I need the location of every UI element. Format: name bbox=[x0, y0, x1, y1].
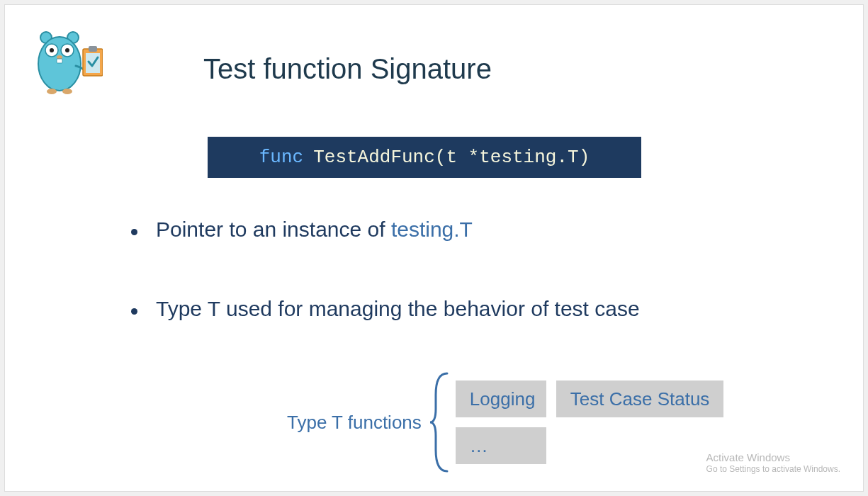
windows-activation-watermark: Activate Windows Go to Settings to activ… bbox=[706, 451, 840, 475]
svg-point-2 bbox=[38, 37, 81, 91]
bullet-item: Type T used for managing the behavior of… bbox=[131, 297, 769, 321]
gopher-clipboard-icon bbox=[25, 25, 103, 96]
svg-point-5 bbox=[50, 48, 54, 52]
svg-point-6 bbox=[65, 48, 69, 52]
type-t-label: Type T functions bbox=[287, 412, 422, 434]
svg-point-10 bbox=[62, 89, 72, 94]
slide-title: Test function Signature bbox=[203, 53, 492, 85]
slide: Test function Signature func TestAddFunc… bbox=[4, 4, 864, 492]
code-signature: TestAddFunc(t *testing.T) bbox=[313, 147, 590, 168]
bullet-dot-icon bbox=[131, 229, 137, 235]
code-signature-block: func TestAddFunc(t *testing.T) bbox=[208, 137, 641, 178]
box-test-case-status: Test Case Status bbox=[556, 381, 724, 417]
bullet-list: Pointer to an instance of testing.T Type… bbox=[131, 218, 769, 376]
watermark-subtitle: Go to Settings to activate Windows. bbox=[706, 464, 840, 475]
bullet-highlight: testing.T bbox=[391, 218, 473, 241]
bullet-dot-icon bbox=[131, 308, 137, 315]
box-logging: Logging bbox=[456, 381, 546, 417]
svg-point-9 bbox=[47, 89, 57, 94]
code-keyword: func bbox=[259, 147, 303, 168]
type-t-functions-group: Type T functions Logging Test Case Statu… bbox=[287, 369, 723, 475]
type-t-boxes: Logging Test Case Status … bbox=[456, 381, 724, 464]
watermark-title: Activate Windows bbox=[706, 451, 840, 465]
svg-rect-8 bbox=[57, 59, 62, 63]
svg-rect-13 bbox=[89, 46, 97, 52]
bullet-text: Pointer to an instance of bbox=[156, 218, 391, 241]
bullet-text: Type T used for managing the behavior of… bbox=[156, 297, 640, 320]
bullet-item: Pointer to an instance of testing.T bbox=[131, 218, 769, 242]
box-more: … bbox=[456, 427, 546, 464]
curly-brace-icon bbox=[427, 369, 451, 475]
